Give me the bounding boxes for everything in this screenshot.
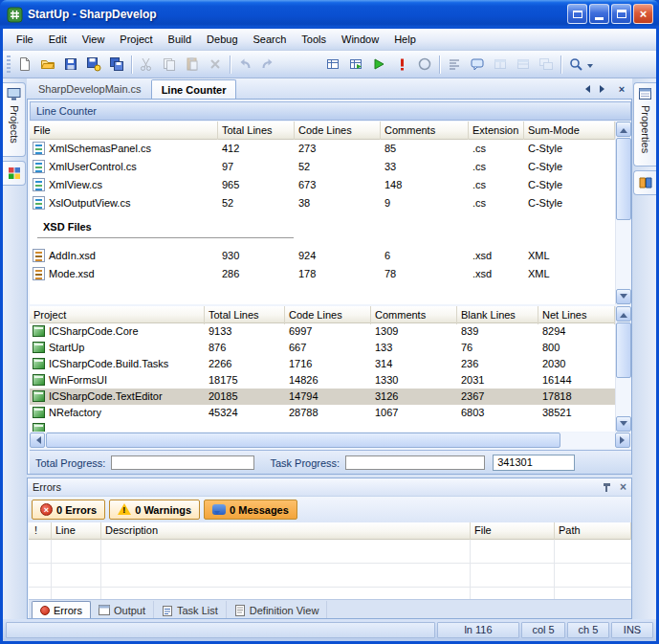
table-row[interactable]: WinFormsUI 18175 14826 1330 2031 16144: [30, 372, 615, 389]
menu-file[interactable]: File: [9, 31, 41, 49]
tab-scroll-left-button[interactable]: [579, 82, 592, 96]
maximize-button[interactable]: [611, 4, 631, 24]
table-row[interactable]: XslOutputView.cs 52 38 9 .cs C-Style: [30, 194, 615, 212]
minimize-button[interactable]: [589, 4, 609, 24]
search-button[interactable]: [564, 54, 587, 76]
column-header-extension[interactable]: Extension: [469, 122, 524, 140]
rebuild-button[interactable]: [344, 54, 367, 76]
run-button[interactable]: [367, 54, 390, 76]
undo-button[interactable]: [233, 54, 256, 76]
column-header-total-lines[interactable]: Total Lines: [218, 122, 295, 140]
tab-errors[interactable]: Errors: [32, 601, 91, 619]
sidebar-tab-help[interactable]: [633, 170, 656, 195]
breakpoint-button[interactable]: [413, 54, 436, 76]
scroll-left-button[interactable]: [30, 433, 45, 448]
scrollbar-thumb[interactable]: [616, 322, 631, 378]
column-header-severity[interactable]: !: [31, 522, 52, 540]
messages-filter-button[interactable]: 0 Messages: [204, 500, 297, 520]
open-file-button[interactable]: [36, 54, 59, 76]
file-table-scrollbar[interactable]: [615, 122, 630, 304]
project-table-scrollbar[interactable]: [615, 306, 630, 432]
column-header-project[interactable]: Project: [30, 306, 205, 324]
menu-window[interactable]: Window: [334, 31, 386, 49]
column-header-comments[interactable]: Comments: [381, 122, 469, 140]
column-header-file[interactable]: File: [30, 122, 218, 140]
sidebar-tab-properties[interactable]: Properties: [633, 82, 656, 167]
scroll-right-button[interactable]: [615, 433, 630, 448]
sidebar-tab-projects[interactable]: Projects: [3, 82, 26, 157]
close-button[interactable]: ×: [633, 4, 653, 24]
menu-tools[interactable]: Tools: [294, 31, 334, 49]
tab-line-counter[interactable]: Line Counter: [151, 79, 237, 99]
column-header-comments[interactable]: Comments: [371, 306, 457, 324]
tile-window-button[interactable]: [512, 54, 535, 76]
menu-build[interactable]: Build: [161, 31, 199, 49]
sidebar-tab-tools[interactable]: [3, 161, 26, 186]
save-as-button[interactable]: [82, 54, 105, 76]
scroll-up-button[interactable]: [616, 306, 631, 322]
column-header-code-lines[interactable]: Code Lines: [295, 122, 381, 140]
new-file-button[interactable]: [13, 54, 36, 76]
tab-scroll-right-button[interactable]: [597, 82, 610, 96]
menu-search[interactable]: Search: [246, 31, 295, 49]
table-row[interactable]: NRefactory 45324 28788 1067 6803 38521: [30, 405, 615, 421]
search-dropdown-icon[interactable]: [587, 64, 593, 71]
column-header-sum-mode[interactable]: Sum-Mode: [524, 122, 615, 140]
horizontal-scrollbar[interactable]: [30, 433, 630, 448]
table-row[interactable]: ICSharpCode.Build.Tasks 2266 1716 314 23…: [30, 356, 615, 372]
column-header-description[interactable]: Description: [101, 522, 471, 540]
menu-view[interactable]: View: [75, 31, 113, 49]
split-window-button[interactable]: [489, 54, 512, 76]
column-header-code-lines[interactable]: Code Lines: [285, 306, 371, 324]
tab-definition-view[interactable]: Definition View: [227, 601, 328, 619]
app-icon[interactable]: [7, 7, 23, 23]
save-all-button[interactable]: [105, 54, 128, 76]
warnings-filter-button[interactable]: ! 0 Warnings: [109, 500, 200, 520]
paste-button[interactable]: [181, 54, 204, 76]
column-header-net-lines[interactable]: Net Lines: [538, 306, 615, 324]
maximize-icon: [617, 10, 626, 18]
copy-button[interactable]: [158, 54, 181, 76]
cascade-window-button[interactable]: [535, 54, 558, 76]
redo-button[interactable]: [256, 54, 279, 76]
menu-edit[interactable]: Edit: [41, 31, 75, 49]
toolbar-grip[interactable]: [7, 56, 11, 73]
menu-debug[interactable]: Debug: [199, 31, 245, 49]
column-header-path[interactable]: Path: [555, 522, 631, 540]
table-row[interactable]: StartUp 876 667 133 76 800: [30, 340, 615, 356]
column-header-line[interactable]: Line: [52, 522, 101, 540]
comment-button[interactable]: [466, 54, 489, 76]
tab-sharpdevelopmain[interactable]: SharpDevelopMain.cs: [29, 79, 151, 99]
table-row-partial[interactable]: [30, 421, 615, 432]
table-row[interactable]: AddIn.xsd 930 924 6 .xsd XML: [30, 247, 615, 265]
close-pane-button[interactable]: ×: [620, 480, 626, 494]
table-row-selected[interactable]: ICSharpCode.TextEditor 20185 14794 3126 …: [30, 389, 615, 405]
tab-task-list[interactable]: Task List: [154, 601, 227, 619]
save-file-button[interactable]: [59, 54, 82, 76]
tab-output[interactable]: Output: [91, 601, 154, 619]
delete-button[interactable]: [204, 54, 227, 76]
table-row[interactable]: XmlView.cs 965 673 148 .cs C-Style: [30, 176, 615, 194]
scroll-down-button[interactable]: [616, 289, 631, 304]
column-header-total-lines[interactable]: Total Lines: [205, 306, 285, 324]
auto-hide-pin-icon[interactable]: [602, 482, 612, 493]
table-row[interactable]: XmlSchemasPanel.cs 412 273 85 .cs C-Styl…: [30, 140, 615, 158]
scroll-up-button[interactable]: [616, 122, 631, 137]
menu-project[interactable]: Project: [112, 31, 160, 49]
table-row[interactable]: Mode.xsd 286 178 78 .xsd XML: [30, 265, 615, 283]
scrollbar-thumb[interactable]: [616, 138, 631, 220]
cut-button[interactable]: [135, 54, 158, 76]
scrollbar-thumb[interactable]: [46, 433, 560, 448]
menu-help[interactable]: Help: [386, 31, 424, 49]
table-row[interactable]: ICSharpCode.Core 9133 6997 1309 839 8294: [30, 323, 615, 340]
scroll-down-button[interactable]: [616, 416, 631, 432]
errors-filter-button[interactable]: × 0 Errors: [32, 500, 105, 520]
column-header-blank-lines[interactable]: Blank Lines: [457, 306, 538, 324]
table-row[interactable]: XmlUserControl.cs 97 52 33 .cs C-Style: [30, 158, 615, 176]
build-button[interactable]: [321, 54, 344, 76]
tab-close-button[interactable]: ×: [615, 82, 628, 96]
fullscreen-toggle-button[interactable]: [567, 4, 587, 24]
column-header-file[interactable]: File: [471, 522, 555, 540]
format-button[interactable]: [443, 54, 466, 76]
abort-button[interactable]: [390, 54, 413, 76]
